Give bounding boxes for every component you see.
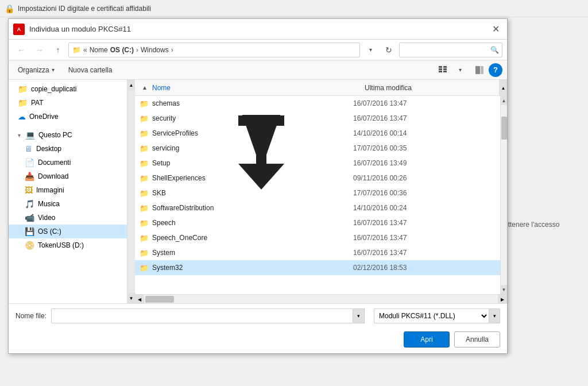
folder-icon: 📁 (140, 114, 149, 123)
sidebar: 📁 copie_duplicati 📁 PAT ☁ OneDrive ▾ 💻 Q… (9, 80, 135, 303)
filename-dropdown-button[interactable]: ▾ (353, 308, 365, 323)
scroll-up-button[interactable]: ▲ (501, 96, 508, 105)
folder-icon: 🖥 (25, 144, 33, 153)
drive-icon: 📀 (25, 241, 34, 250)
file-name: ServiceProfiles (152, 129, 353, 137)
sidebar-label: TokenUSB (D:) (38, 241, 84, 249)
table-row[interactable]: 📁 SoftwareDistribution 14/10/2016 00:24 (135, 200, 500, 215)
sidebar-label: Desktop (36, 145, 61, 153)
title-bar: 🔒 Impostazioni ID digitale e certificati… (0, 0, 588, 17)
svg-rect-5 (443, 71, 447, 72)
folder-icon: 📁 (140, 204, 149, 213)
up-button[interactable]: ↑ (50, 42, 66, 58)
view-list-button[interactable] (435, 63, 451, 78)
file-name: System32 (152, 264, 353, 272)
vertical-scrollbar: ▲ ▼ (500, 96, 507, 294)
scroll-thumb[interactable] (501, 117, 507, 140)
table-row[interactable]: 📁 SKB 17/07/2016 00:36 (135, 186, 500, 200)
content-area: 📁 copie_duplicati 📁 PAT ☁ OneDrive ▾ 💻 Q… (9, 80, 507, 304)
sidebar-label: Download (38, 172, 68, 180)
sidebar-item-documenti[interactable]: 📄 Documenti (9, 156, 134, 169)
table-row[interactable]: 📁 System 16/07/2016 13:47 (135, 245, 500, 260)
hscroll-thumb[interactable] (145, 296, 174, 303)
sidebar-item-osc[interactable]: 💾 OS (C:) (9, 225, 134, 238)
file-date: 16/07/2016 13:47 (353, 249, 496, 257)
folder-icon: 📁 (140, 219, 149, 227)
sort-up-button[interactable]: ▲ (140, 83, 150, 93)
table-row-selected[interactable]: 📁 System32 02/12/2016 18:53 (135, 260, 500, 275)
lock-icon: 🔒 (5, 4, 14, 13)
file-name: ShellExperiences (152, 174, 353, 182)
back-button[interactable]: ← (13, 42, 29, 58)
svg-rect-0 (439, 66, 442, 68)
right-panel: ottenere l'accesso (500, 18, 588, 369)
dialog: A Individua un modulo PKCS#11 ✕ ← → ↑ 📁 … (8, 18, 508, 354)
folder-icon: 📁 (140, 159, 149, 168)
file-date: 02/12/2016 18:53 (353, 264, 496, 272)
folder-icon: 📁 (140, 234, 149, 242)
new-folder-label: Nuova cartella (68, 66, 113, 74)
forward-button[interactable]: → (32, 42, 48, 58)
breadcrumb-os[interactable]: Nome (90, 46, 108, 54)
folder-icon: 🖼 (25, 186, 33, 195)
sidebar-item-onedrive[interactable]: ☁ OneDrive (9, 110, 134, 123)
table-row[interactable]: 📁 security 16/07/2016 13:47 (135, 111, 500, 126)
view-dropdown-button[interactable]: ▾ (452, 62, 468, 78)
preview-pane-button[interactable] (471, 63, 488, 78)
file-date: 17/07/2016 00:35 (353, 144, 496, 152)
view-icons: ▾ ? (435, 62, 502, 78)
open-button[interactable]: Apri (404, 331, 450, 348)
filetype-select[interactable]: Moduli PKCS#11 (*.DLL) (374, 308, 489, 323)
filelist-scroll-up[interactable]: ▲ (499, 80, 507, 96)
table-row[interactable]: 📁 ShellExperiences 09/11/2016 00:26 (135, 171, 500, 186)
table-row[interactable]: 📁 servicing 17/07/2016 00:35 (135, 141, 500, 156)
sidebar-scroll-up[interactable]: ▲ (127, 80, 136, 90)
filename-input[interactable] (51, 308, 353, 323)
scroll-left-button[interactable]: ◀ (135, 295, 144, 303)
sidebar-item-pat[interactable]: 📁 PAT (9, 96, 134, 110)
table-row[interactable]: 📁 Speech 16/07/2016 13:47 (135, 215, 500, 230)
dropdown-button[interactable]: ▾ (362, 42, 378, 58)
sidebar-item-musica[interactable]: 🎵 Musica (9, 197, 134, 211)
new-folder-button[interactable]: Nuova cartella (64, 63, 117, 78)
file-name: Speech (152, 219, 353, 227)
folder-icon: 📁 (18, 84, 28, 94)
file-name: SKB (152, 189, 353, 197)
organize-button[interactable]: Organizza ▾ (13, 63, 59, 78)
search-wrap: 🔍 (399, 43, 502, 57)
folder-icon: 📁 (140, 174, 149, 183)
cancel-button[interactable]: Annulla (454, 331, 500, 348)
svg-rect-6 (475, 66, 480, 74)
table-row[interactable]: 📁 Speech_OneCore 16/07/2016 13:47 (135, 230, 500, 245)
col-name-header[interactable]: Nome (152, 84, 365, 92)
table-row[interactable]: 📁 ServiceProfiles 14/10/2016 00:14 (135, 126, 500, 141)
filetype-dropdown-button[interactable]: ▾ (489, 308, 500, 323)
file-date: 16/07/2016 13:47 (353, 114, 496, 122)
sidebar-item-video[interactable]: 📹 Video (9, 211, 134, 225)
sidebar-item-token[interactable]: 📀 TokenUSB (D:) (9, 238, 134, 252)
file-name: SoftwareDistribution (152, 204, 353, 212)
table-row[interactable]: 📁 schemas 16/07/2016 13:47 (135, 96, 500, 111)
sidebar-item-copie[interactable]: 📁 copie_duplicati (9, 82, 134, 96)
hscroll-track (144, 295, 498, 303)
sidebar-label: Documenti (38, 159, 71, 167)
close-button[interactable]: ✕ (489, 22, 502, 36)
search-input[interactable] (399, 43, 502, 57)
file-list: 📁 schemas 16/07/2016 13:47 📁 security 16… (135, 96, 500, 294)
action-buttons: Apri Annulla (9, 328, 507, 353)
sidebar-item-desktop[interactable]: 🖥 Desktop (9, 142, 134, 156)
sidebar-item-immagini[interactable]: 🖼 Immagini (9, 183, 134, 197)
table-row[interactable]: 📁 Setup 16/07/2016 13:49 (135, 156, 500, 171)
filename-label: Nome file: (16, 312, 47, 320)
help-button[interactable]: ? (489, 63, 502, 77)
sidebar-scroll-down[interactable]: ▼ (127, 293, 136, 303)
horizontal-scrollbar: ◀ ▶ (135, 294, 507, 303)
scroll-down-button[interactable]: ▼ (501, 285, 508, 294)
refresh-button[interactable]: ↻ (381, 42, 397, 58)
scroll-right-button[interactable]: ▶ (498, 295, 507, 303)
sidebar-item-thispc[interactable]: ▾ 💻 Questo PC (9, 128, 134, 142)
file-name: Speech_OneCore (152, 234, 353, 242)
sidebar-label: OS (C:) (38, 227, 61, 236)
thispc-icon: 💻 (25, 130, 35, 140)
sidebar-item-download[interactable]: 📥 Download (9, 169, 134, 183)
